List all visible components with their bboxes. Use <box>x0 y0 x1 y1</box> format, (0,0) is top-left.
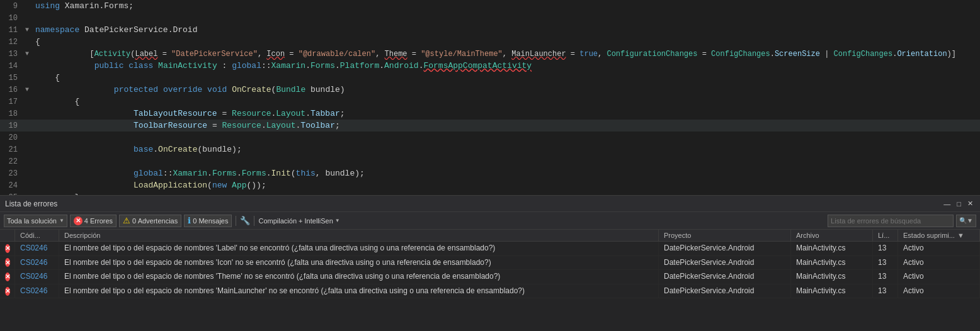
td-description: El nombre del tipo o del espacio de nomb… <box>59 284 659 298</box>
td-icon: ✕ <box>0 256 15 270</box>
error-row-icon: ✕ <box>5 287 10 296</box>
td-icon: ✕ <box>0 270 15 284</box>
code-line: 19 ToolbarResource = Resource.Layout.Too… <box>0 120 980 132</box>
errors-count-label: 4 Errores <box>84 217 113 225</box>
td-line: 13 <box>873 256 898 270</box>
th-code: Códi... <box>15 230 59 241</box>
td-icon: ✕ <box>0 284 15 298</box>
code-line: 21 base.OnCreate(bundle); <box>0 143 980 155</box>
scope-label: Toda la solución <box>7 217 57 225</box>
table-row[interactable]: ✕ CS0246 El nombre del tipo o del espaci… <box>0 256 980 271</box>
toolbar-separator <box>254 216 254 226</box>
td-code[interactable]: CS0246 <box>15 242 59 255</box>
td-line: 13 <box>873 242 898 255</box>
td-file: MainActivity.cs <box>791 284 873 298</box>
th-line: Lí... <box>873 230 898 241</box>
error-row-icon: ✕ <box>5 244 10 253</box>
search-button[interactable]: 🔍▼ <box>956 215 976 227</box>
panel-title: Lista de errores <box>5 199 57 208</box>
error-row-icon: ✕ <box>5 272 10 281</box>
warnings-count-label: 0 Advertencias <box>132 217 178 225</box>
scope-dropdown[interactable]: Toda la solución ▼ <box>4 215 67 227</box>
compile-dropdown[interactable]: Compilación + IntelliSen ▼ <box>258 217 339 225</box>
td-icon: ✕ <box>0 242 15 255</box>
error-icon: ✕ <box>74 216 83 225</box>
td-code[interactable]: CS0246 <box>15 256 59 270</box>
messages-filter-button[interactable]: ℹ 0 Mensajes <box>184 215 232 227</box>
th-icon <box>0 230 15 241</box>
info-icon: ℹ <box>188 216 191 225</box>
table-row[interactable]: ✕ CS0246 El nombre del tipo o del espaci… <box>0 270 980 284</box>
error-row-icon: ✕ <box>5 258 10 267</box>
errors-filter-button[interactable]: ✕ 4 Errores <box>70 215 117 227</box>
td-project: DatePickerService.Android <box>659 284 791 298</box>
restore-button[interactable]: □ <box>955 199 963 208</box>
td-file: MainActivity.cs <box>791 242 873 255</box>
code-editor: 9 using Xamarin.Forms; 10 11 ▼ namespace… <box>0 0 980 195</box>
messages-count-label: 0 Mensajes <box>193 217 228 225</box>
td-line: 13 <box>873 270 898 284</box>
code-line: 25 } <box>0 191 980 195</box>
th-file: Archivo <box>791 230 873 241</box>
td-description: El nombre del tipo o del espacio de nomb… <box>59 270 659 284</box>
td-state: Activo <box>898 242 980 255</box>
code-line: 16 ▼ protected override void OnCreate(Bu… <box>0 84 980 96</box>
th-description: Descripción <box>59 230 659 241</box>
error-table: Códi... Descripción Proyecto Archivo Lí.… <box>0 230 980 331</box>
panel-toolbar: Toda la solución ▼ ✕ 4 Errores ⚠ 0 Adver… <box>0 212 980 230</box>
code-line: 14 public class MainActivity : global::X… <box>0 60 980 72</box>
code-line: 24 LoadApplication(new App()); <box>0 179 980 191</box>
close-button[interactable]: ✕ <box>966 199 975 208</box>
dropdown-arrow-icon: ▼ <box>59 218 64 223</box>
td-file: MainActivity.cs <box>791 256 873 270</box>
td-state: Activo <box>898 256 980 270</box>
td-project: DatePickerService.Android <box>659 270 791 284</box>
search-input[interactable] <box>828 215 954 227</box>
td-code[interactable]: CS0246 <box>15 284 59 298</box>
th-project: Proyecto <box>659 230 791 241</box>
panel-controls: — □ ✕ <box>942 199 975 208</box>
collapse-icon[interactable]: ▼ <box>25 26 34 33</box>
collapse-icon[interactable]: ▼ <box>25 86 34 93</box>
collapse-icon[interactable]: ▼ <box>25 50 34 57</box>
minimize-button[interactable]: — <box>942 199 952 208</box>
toolbar-separator <box>236 216 236 226</box>
td-code[interactable]: CS0246 <box>15 270 59 284</box>
td-line: 13 <box>873 284 898 298</box>
compile-label: Compilación + IntelliSen <box>258 217 333 225</box>
state-filter-icon[interactable]: ▼ <box>957 232 964 239</box>
table-header: Códi... Descripción Proyecto Archivo Lí.… <box>0 230 980 242</box>
td-project: DatePickerService.Android <box>659 256 791 270</box>
filter-settings-icon[interactable]: 🔧 <box>240 216 250 226</box>
warning-icon: ⚠ <box>123 216 130 225</box>
td-state: Activo <box>898 284 980 298</box>
code-line: 11 ▼ namespace DatePickerService.Droid <box>0 24 980 36</box>
td-description: El nombre del tipo o del espacio de nomb… <box>59 242 659 255</box>
td-state: Activo <box>898 270 980 284</box>
th-state: Estado suprimi... ▼ <box>898 230 980 241</box>
code-line: 10 <box>0 12 980 24</box>
code-lines: 9 using Xamarin.Forms; 10 11 ▼ namespace… <box>0 0 980 195</box>
table-row[interactable]: ✕ CS0246 El nombre del tipo o del espaci… <box>0 242 980 256</box>
warnings-filter-button[interactable]: ⚠ 0 Advertencias <box>119 215 181 227</box>
error-panel: Lista de errores — □ ✕ Toda la solución … <box>0 195 980 331</box>
td-description: El nombre del tipo o del espacio de nomb… <box>59 256 659 270</box>
code-line: 9 using Xamarin.Forms; <box>0 0 980 12</box>
panel-header: Lista de errores — □ ✕ <box>0 196 980 212</box>
compile-dropdown-arrow-icon: ▼ <box>335 218 340 223</box>
table-row[interactable]: ✕ CS0246 El nombre del tipo o del espaci… <box>0 284 980 299</box>
td-file: MainActivity.cs <box>791 270 873 284</box>
td-project: DatePickerService.Android <box>659 242 791 255</box>
